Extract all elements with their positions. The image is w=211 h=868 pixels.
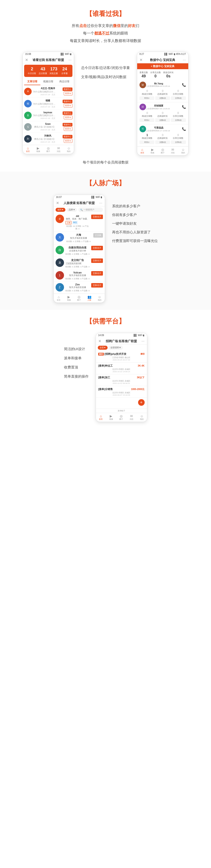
nav-home[interactable]: ⌂首页 (137, 148, 148, 154)
count-btn[interactable]: 次数0次 (155, 118, 170, 122)
contact-btn[interactable]: 联系TA (64, 127, 73, 131)
visitor-item: 刘 刘春风 腾讯小说【行道难川】 2020-07-29 · 北京 数据中心 联系… (24, 133, 72, 145)
fab-add-btn[interactable]: + (138, 399, 145, 406)
nav-video[interactable]: ▶视频 (64, 295, 74, 301)
nav-me[interactable]: ☺我的 (94, 295, 105, 301)
search-input[interactable]: 🔍 一搜索用户 (78, 208, 103, 212)
people-avatar: 龙 (56, 258, 64, 267)
tab-article-visitors[interactable]: 文章访客 (24, 78, 40, 85)
visitor-name: baymax (33, 111, 63, 114)
nav-message[interactable]: ✉消息 (126, 414, 137, 421)
reader-item: 邱 邱祯福富 上次登录时间07-05 13:20:22 📞 0阅读文章数 0总阅… (137, 102, 188, 124)
nav-home[interactable]: ⌂首页 (96, 414, 106, 421)
phone-people-header: ✕ 人脉搜索 拓客推广联盟 ··· (54, 199, 105, 207)
phone1-stats-bar: 2 今日访客 43 总访客量 173 浏览总量 24 分享量 (24, 65, 72, 77)
contact-btn[interactable]: 联系TA (64, 115, 73, 119)
nav-circle[interactable]: ◎圈子 (74, 295, 84, 301)
nav-circle[interactable]: ◎圈子 (157, 148, 168, 154)
section1-annotations: 总今日访客/总访客/浏览/分享量 文章/视频/商品/及时访问数据 (81, 52, 130, 79)
visitor-desc: 腾讯小说【行道难川】 (33, 138, 57, 141)
count-btn[interactable]: 次数0次 (155, 141, 170, 144)
section2-annotations: 系统的有多少客户 你就有多少客户 一键申请加好友 再也不用担心人脉资源了 付费置… (112, 195, 158, 243)
phone-call-icon[interactable]: 📞 (182, 127, 186, 131)
close-icon[interactable]: ✕ (56, 201, 59, 205)
job-item: [接单]分销售 1000-2000元 北京市-市辖区-东城区 2020-08-0… (96, 386, 147, 398)
tab-all[interactable]: 全部▼ (98, 346, 108, 350)
phone2-bottom-nav: ⌂首页 ▶视频 ◎圈子 ✉消息 ☺我的 (137, 146, 188, 155)
close-icon[interactable]: ✕ (140, 58, 143, 62)
nav-me[interactable]: ☺我的 (64, 146, 74, 153)
duration-btn[interactable]: 时长0 (140, 141, 154, 144)
exchange-card-btn[interactable]: 交换名片 (91, 283, 103, 287)
duration-btn[interactable]: 时长0 (140, 96, 154, 100)
nav-message[interactable]: ✉消息 (168, 148, 178, 154)
filter-brand[interactable]: 品牌▼ (67, 208, 77, 212)
phone-supply-header: ✕ 招聘广场 拓客推广联盟 ··· (96, 338, 147, 344)
more-icon[interactable]: ··· (68, 58, 71, 62)
data-center-btn[interactable]: 数据中心 (63, 88, 72, 91)
nav-video[interactable]: ▶视频 (147, 148, 157, 154)
nav-home[interactable]: ⌂首页 (54, 295, 64, 301)
share-btn[interactable]: 分享0次 (171, 96, 186, 100)
data-center-btn[interactable]: 数据中心 (63, 112, 72, 115)
phone1-time: 15:08 (25, 53, 31, 55)
nav-circle[interactable]: ◎圈子 (43, 146, 54, 153)
nav-video[interactable]: ▶视频 (33, 146, 43, 153)
section1-desc: 所有点击过你分享文章的微信里的好友们 每一个都逃不过系统的眼睛 每篇文章阅读时长… (5, 22, 206, 44)
summary-total-shares: 分享总次数 0 (150, 71, 161, 78)
visitor-avatar: 福 (24, 100, 32, 107)
more-icon[interactable]: ··· (183, 58, 186, 62)
more-icon[interactable]: ··· (99, 201, 102, 205)
data-center-btn[interactable]: 数据中心 (63, 100, 72, 103)
contact-btn[interactable]: 联系TA (64, 104, 73, 107)
phone-status: 14:09 ▌▌ WiFi ▮ (96, 333, 147, 338)
contact-btn[interactable]: 联系TA (64, 139, 73, 143)
nav-me[interactable]: ☺我的 (137, 414, 147, 421)
more-icon[interactable]: ··· (141, 339, 144, 343)
data-center-btn[interactable]: 数据中心 (63, 135, 72, 138)
nav-circle[interactable]: ◎圈子 (116, 414, 127, 421)
location-tag: 上海 (65, 221, 71, 224)
phone-call-icon[interactable]: 📞 (182, 83, 186, 87)
filter-city[interactable]: 城市▼ (56, 208, 66, 212)
tab-video-visitors[interactable]: 视频访客 (40, 78, 57, 85)
exchange-card-btn[interactable]: 交换名片 (91, 246, 103, 250)
share-btn[interactable]: 分享0次 (171, 141, 186, 144)
bottom-hint: 发布帖子 (96, 408, 147, 413)
exchange-card-btn[interactable]: 交换名片 (91, 215, 103, 219)
close-icon[interactable]: ✕ (25, 58, 28, 62)
count-btn[interactable]: 次数0次 (155, 96, 170, 100)
people-avatar: 1 (56, 271, 64, 280)
share-btn[interactable]: 分享0次 (171, 118, 186, 122)
tab-all-jobs[interactable]: 全部招聘▼ (109, 346, 123, 350)
visitor-name: 刘春风 (33, 134, 63, 137)
tab-product-visitors[interactable]: 商品访客 (57, 78, 73, 85)
added-btn[interactable]: 已交换 (93, 233, 103, 238)
phone-supply-title: 招聘广场 拓客推广联盟 (106, 339, 137, 343)
phone1-signal: ▌▌ WiFi ▮ (61, 53, 72, 55)
annotation-your-customers: 你就有多少客户 (112, 213, 158, 217)
nav-home[interactable]: ⌂首页 (23, 146, 33, 153)
nav-me[interactable]: ☺我的 (178, 148, 188, 154)
visitor-avatar: S (24, 123, 32, 131)
duration-btn[interactable]: 时长0 (140, 118, 154, 122)
people-avatar: 自 (56, 246, 64, 254)
nav-people[interactable]: 👥人脉 (84, 295, 94, 301)
section3-supply-demand: 【供需平台】 简洁的UI设计 派单和接单 收费置顶 简单直接的操作 14:09 … (0, 310, 211, 429)
visitor-name: Sean (33, 123, 63, 125)
phone2-summary-stats: 查看总数 49 分享总次数 0 阅读总时长 0s (137, 69, 188, 80)
phone1-bottom-nav: ⌂首页 ▶视频 ◎圈子 ✉消息 ☺我的 (23, 145, 74, 154)
nav-video[interactable]: ▶视频 (106, 414, 116, 421)
exchange-card-btn[interactable]: 交换名片 (91, 271, 103, 276)
stat-total-views: 173 浏览总量 (48, 67, 59, 75)
annotation-add-friends: 一键申请加好友 (112, 221, 158, 226)
section3-title: 【供需平台】 (5, 317, 206, 326)
people-item: 大 大海 智天才地语音直播 粉丝数: 0 文章数: 2 产品数: 0 已交换 (54, 232, 105, 244)
close-icon[interactable]: ✕ (98, 339, 101, 343)
exchange-card-btn[interactable]: 交换名片 (91, 258, 103, 263)
data-center-btn[interactable]: 数据中心 (63, 123, 72, 126)
contact-btn[interactable]: 联系TA (64, 91, 73, 95)
nav-message[interactable]: ✉消息 (54, 146, 64, 153)
visitor-item: A A泛泛-范海洋 为什么我们[精]关注分享... 2020-07-29 · 北… (24, 85, 72, 98)
phone-call-icon[interactable]: 📞 (182, 105, 186, 109)
